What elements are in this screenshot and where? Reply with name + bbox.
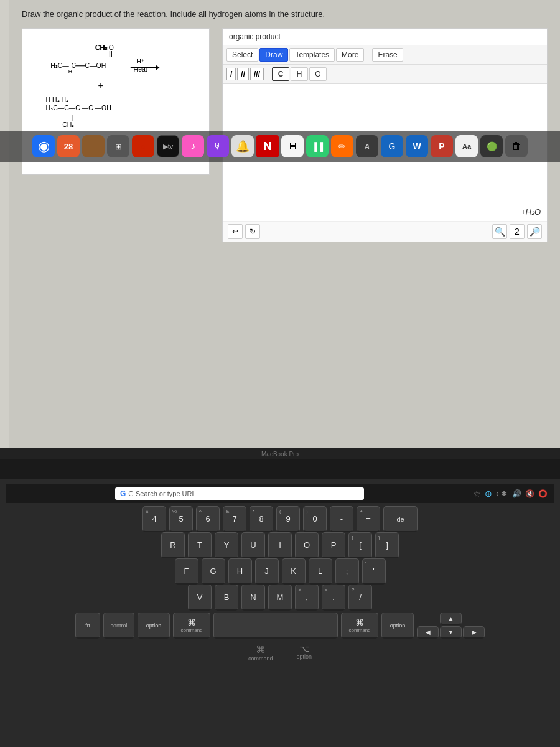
svg-text:H: H	[68, 68, 72, 75]
dock-item-tv[interactable]: ▶tv	[157, 135, 179, 157]
key-arrow-down[interactable]: ▼	[440, 626, 462, 639]
undo-button[interactable]: ↩	[228, 224, 243, 239]
dock-item-app2[interactable]: 🟢	[480, 135, 503, 157]
key-semicolon[interactable]: :;	[335, 558, 359, 585]
templates-button[interactable]: Templates	[289, 48, 335, 62]
star-icon[interactable]: ☆	[473, 489, 481, 499]
zoom-out-button[interactable]: 🔎	[527, 224, 542, 239]
key-4[interactable]: $4	[142, 506, 166, 532]
zoom-reset-button[interactable]: 2	[510, 224, 525, 239]
double-bond-button[interactable]: //	[237, 68, 249, 80]
draw-button[interactable]: Draw	[259, 48, 288, 62]
volume-icon[interactable]: 🔊	[512, 489, 521, 498]
dock-item-powerpoint[interactable]: P	[431, 135, 453, 157]
key-h[interactable]: H	[228, 558, 252, 585]
panel-title: organic product	[223, 29, 547, 45]
address-text: G Search or type URL	[128, 490, 195, 497]
key-minus[interactable]: –-	[330, 506, 353, 532]
key-period[interactable]: >.	[322, 585, 345, 611]
dock-item-notification[interactable]: 🔔	[231, 135, 254, 157]
key-delete[interactable]: de	[383, 506, 418, 532]
single-bond-button[interactable]: /	[226, 68, 236, 80]
key-fn[interactable]: fn	[75, 613, 100, 639]
oxygen-atom-button[interactable]: O	[309, 67, 327, 81]
key-y[interactable]: Y	[215, 532, 238, 558]
triple-bond-button[interactable]: ///	[250, 68, 264, 80]
svg-marker-12	[156, 65, 160, 70]
dock-item-grid[interactable]: ⊞	[107, 135, 129, 157]
key-arrow-left[interactable]: ◀	[417, 626, 439, 639]
zoom-in-button[interactable]: 🔍	[492, 224, 507, 239]
dock-item-textedit[interactable]: A	[356, 135, 378, 157]
dock-item-system1[interactable]: 🖥	[281, 135, 304, 157]
key-k[interactable]: K	[282, 558, 306, 585]
redo-button[interactable]: ↻	[245, 224, 260, 239]
key-5[interactable]: %5	[169, 506, 193, 532]
separator-1	[368, 49, 368, 61]
key-r[interactable]: R	[161, 532, 185, 558]
key-j[interactable]: J	[255, 558, 279, 585]
key-i[interactable]: I	[268, 532, 292, 558]
circle-icon[interactable]: ⭕	[538, 489, 548, 498]
dock-item-netflix[interactable]: N	[256, 135, 279, 157]
select-button[interactable]: Select	[226, 48, 258, 62]
key-lbracket[interactable]: {[	[348, 532, 372, 558]
svg-text:C—OH: C—OH	[85, 62, 106, 69]
key-command-left[interactable]: ⌘ command	[173, 613, 210, 639]
dock-item-app[interactable]: ●	[132, 135, 154, 157]
number-row: $4 %5 ^6 &7 *8 (9 )0 –- += de	[6, 506, 554, 532]
key-p[interactable]: P	[322, 532, 345, 558]
key-l[interactable]: L	[309, 558, 332, 585]
key-quote[interactable]: "'	[362, 558, 386, 585]
key-u[interactable]: U	[241, 532, 265, 558]
key-7[interactable]: &7	[223, 506, 246, 532]
dock-item-photos[interactable]	[82, 135, 105, 157]
key-o[interactable]: O	[295, 532, 319, 558]
key-m[interactable]: M	[268, 585, 292, 611]
dock-item-numbers[interactable]: ▐▐	[306, 135, 329, 157]
key-ctrl[interactable]: control	[103, 613, 134, 639]
add-tab-icon[interactable]: ⊕	[485, 489, 492, 499]
dock-item-calendar[interactable]: 28	[57, 135, 80, 157]
erase-button[interactable]: Erase	[372, 48, 403, 62]
key-arrow-right[interactable]: ▶	[463, 626, 485, 639]
key-6[interactable]: ^6	[196, 506, 220, 532]
more-button[interactable]: More	[336, 48, 364, 62]
dock-item-trash[interactable]: 🗑	[505, 135, 528, 157]
key-comma[interactable]: <,	[295, 585, 319, 611]
key-n[interactable]: N	[241, 585, 265, 611]
key-g[interactable]: G	[202, 558, 225, 585]
key-command-right[interactable]: ⌘ command	[341, 613, 378, 639]
key-option-right[interactable]: option	[381, 613, 414, 639]
hydrogen-atom-button[interactable]: H	[291, 67, 308, 81]
key-rbracket[interactable]: }]	[375, 532, 399, 558]
dock-item-fontbook[interactable]: Aa	[455, 135, 478, 157]
key-space[interactable]	[213, 613, 338, 639]
key-f[interactable]: F	[175, 558, 198, 585]
dock-item-word[interactable]: W	[406, 135, 428, 157]
address-bar[interactable]: G G Search or type URL	[115, 487, 364, 500]
carbon-atom-button[interactable]: C	[272, 67, 289, 81]
key-8[interactable]: *8	[250, 506, 273, 532]
google-g-icon: G	[120, 489, 126, 498]
plus-water-label: +H₂O	[521, 207, 541, 217]
dock-item-music[interactable]: ♪	[182, 135, 204, 157]
dock-item-browser[interactable]: G	[381, 135, 403, 157]
key-b[interactable]: B	[215, 585, 238, 611]
key-0[interactable]: )0	[303, 506, 327, 532]
key-t[interactable]: T	[188, 532, 212, 558]
key-equals[interactable]: +=	[357, 506, 380, 532]
svg-text:H₃C—: H₃C—	[50, 62, 69, 69]
dock-item-finder[interactable]: ◉	[32, 135, 55, 157]
key-arrow-up[interactable]: ▲	[440, 613, 462, 625]
mute-icon[interactable]: 🔇	[525, 489, 534, 498]
key-slash[interactable]: ?/	[348, 585, 372, 611]
key-9[interactable]: (9	[276, 506, 300, 532]
svg-text:H    H₂  H₂: H H₂ H₂	[46, 96, 69, 103]
dock-item-draw[interactable]: ✏	[331, 135, 353, 157]
key-v[interactable]: V	[188, 585, 212, 611]
key-option[interactable]: option	[138, 613, 170, 639]
svg-text:CH₃: CH₃	[62, 121, 74, 128]
bottom-toolbar: ↩ ↻ 🔍 2 🔎	[223, 221, 547, 242]
dock-item-podcasts[interactable]: 🎙	[207, 135, 229, 157]
